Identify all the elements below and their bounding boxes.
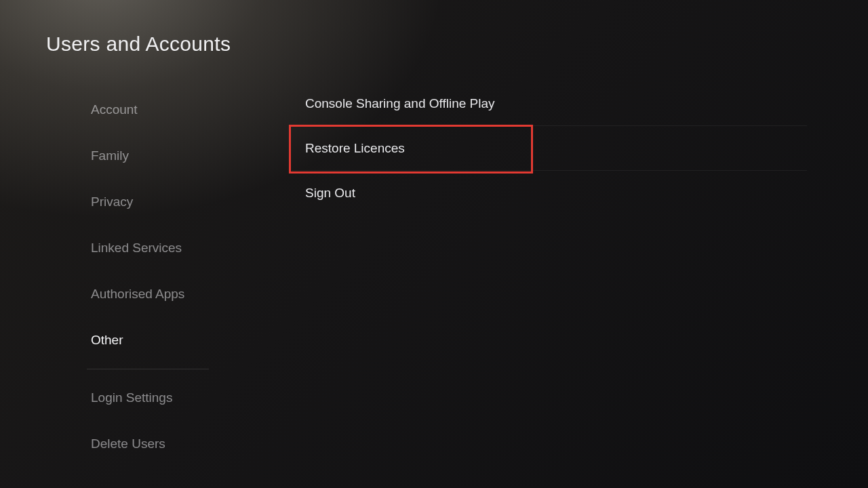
content-item-label: Restore Licences — [305, 141, 405, 156]
sidebar-item-linked-services[interactable]: Linked Services — [80, 225, 236, 271]
sidebar-item-login-settings[interactable]: Login Settings — [80, 375, 236, 421]
sidebar-item-label: Linked Services — [91, 241, 182, 256]
content-item-label: Console Sharing and Offline Play — [305, 96, 495, 111]
sidebar-item-label: Delete Users — [91, 436, 165, 451]
content-item-console-sharing[interactable]: Console Sharing and Offline Play — [292, 81, 807, 126]
sidebar-divider — [87, 369, 209, 369]
settings-sidebar: Account Family Privacy Linked Services A… — [80, 87, 236, 467]
sidebar-item-family[interactable]: Family — [80, 133, 236, 179]
settings-content: Console Sharing and Offline Play Restore… — [292, 81, 807, 216]
sidebar-item-label: Family — [91, 148, 129, 163]
sidebar-item-authorised-apps[interactable]: Authorised Apps — [80, 271, 236, 317]
sidebar-group-system: Login Settings Delete Users — [80, 375, 236, 467]
sidebar-group-account: Account Family Privacy Linked Services A… — [80, 87, 236, 363]
page-title: Users and Accounts — [46, 33, 231, 56]
sidebar-item-label: Login Settings — [91, 390, 172, 405]
sidebar-item-label: Account — [91, 102, 138, 117]
sidebar-item-account[interactable]: Account — [80, 87, 236, 133]
content-item-label: Sign Out — [305, 186, 355, 201]
sidebar-item-privacy[interactable]: Privacy — [80, 179, 236, 225]
sidebar-item-label: Privacy — [91, 195, 133, 209]
sidebar-item-delete-users[interactable]: Delete Users — [80, 421, 236, 467]
sidebar-item-other[interactable]: Other — [80, 317, 236, 363]
sidebar-item-label: Other — [91, 333, 123, 348]
sidebar-item-label: Authorised Apps — [91, 287, 184, 302]
content-item-sign-out[interactable]: Sign Out — [292, 171, 807, 216]
content-item-restore-licences[interactable]: Restore Licences — [292, 126, 807, 171]
